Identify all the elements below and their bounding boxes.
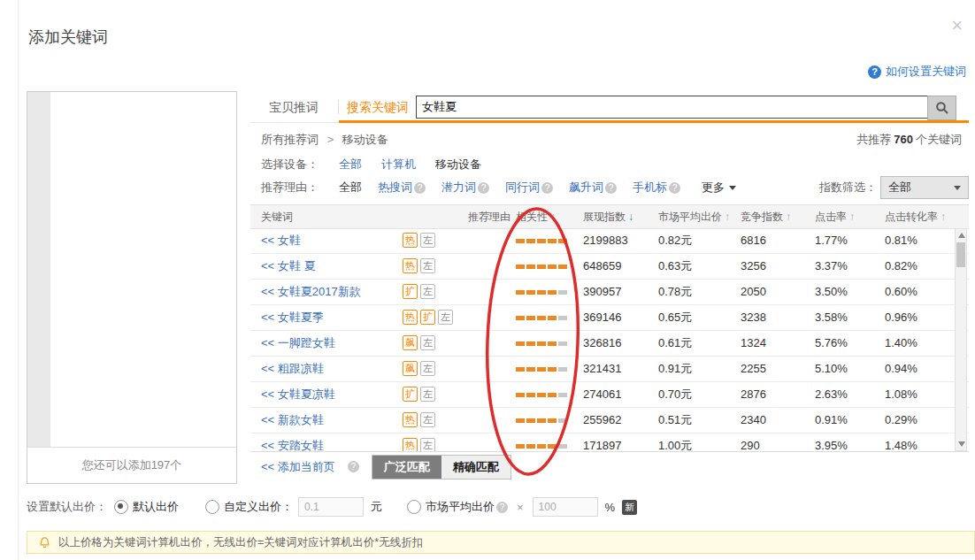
market-percent-input[interactable]: [533, 497, 598, 517]
sort-down-icon[interactable]: ↓: [628, 211, 633, 223]
column-header[interactable]: 展现指数↓: [583, 205, 658, 228]
scrollbar-thumb[interactable]: [956, 242, 965, 267]
reason-option[interactable]: 全部: [339, 180, 362, 196]
keyword-search-input[interactable]: [416, 96, 931, 119]
competition-cell: 2340: [741, 408, 815, 433]
keyword-link[interactable]: << 女鞋: [261, 234, 301, 247]
badges-cell: 扩左: [392, 280, 505, 304]
close-icon[interactable]: ×: [951, 16, 963, 35]
table-scrollbar[interactable]: [955, 228, 967, 451]
broad-match-button[interactable]: 广泛匹配: [372, 456, 441, 479]
help-icon[interactable]: ?: [414, 182, 426, 194]
column-header[interactable]: 竞争指数↑: [741, 205, 815, 228]
keyword-link[interactable]: << 女鞋夏季: [261, 311, 324, 324]
competition-cell: 3238: [741, 305, 815, 330]
table-row[interactable]: << 新款女鞋热左2559620.51元23400.91%0.29%: [250, 408, 969, 433]
keyword-link[interactable]: << 女鞋 夏: [261, 259, 315, 272]
reason-option[interactable]: 手机标?: [633, 180, 680, 196]
custom-bid-radio[interactable]: [205, 500, 219, 514]
exact-match-button[interactable]: 精确匹配: [441, 456, 511, 479]
competition-cell: 6816: [741, 228, 815, 253]
add-keywords-dialog: 添加关键词 × ? 如何设置关键词 您还可以添加197个 宝贝推词 搜索关键词: [0, 0, 975, 560]
keyword-link[interactable]: << 女鞋夏凉鞋: [261, 387, 335, 401]
more-filters-button[interactable]: 更多: [702, 180, 736, 196]
sort-up-icon[interactable]: ↑: [940, 211, 946, 223]
reason-option[interactable]: 同行词?: [505, 180, 553, 196]
keyword-link[interactable]: << 女鞋夏2017新款: [261, 285, 361, 298]
percent-label: %: [605, 501, 616, 514]
selected-keywords-panel: 您还可以添加197个: [27, 91, 237, 484]
keyword-link[interactable]: << 粗跟凉鞋: [261, 362, 324, 375]
device-option[interactable]: 移动设备: [435, 157, 481, 171]
column-header[interactable]: 市场平均出价↑: [658, 205, 741, 228]
help-icon[interactable]: ?: [669, 182, 680, 194]
custom-bid-input[interactable]: [298, 497, 364, 517]
competition-cell: 1324: [741, 331, 815, 356]
reason-option[interactable]: 热搜词?: [378, 180, 426, 196]
sort-up-icon[interactable]: ↑: [786, 211, 791, 223]
table-row[interactable]: << 一脚蹬女鞋飙左3268160.61元13245.76%1.40%: [250, 331, 969, 357]
device-option[interactable]: 全部: [339, 157, 362, 171]
column-header[interactable]: 点击率↑: [815, 205, 885, 228]
match-type-toggle: 广泛匹配 精确匹配: [372, 455, 511, 479]
keyword-cell: << 粗跟凉鞋: [250, 357, 392, 381]
relevance-bar: [505, 331, 583, 356]
dialog-title: 添加关键词: [28, 27, 108, 48]
sort-up-icon[interactable]: ↑: [725, 211, 730, 223]
help-link[interactable]: ? 如何设置关键词: [868, 64, 966, 80]
scroll-up-icon[interactable]: [958, 233, 965, 238]
reason-option-label[interactable]: 飙升词: [569, 180, 603, 194]
sort-up-icon[interactable]: ↑: [550, 211, 556, 223]
reason-option[interactable]: 潜力词?: [441, 180, 489, 196]
competition-cell: 290: [741, 433, 815, 452]
search-button[interactable]: [927, 96, 956, 120]
reason-option-label[interactable]: 热搜词: [378, 180, 412, 194]
column-header[interactable]: 推荐理由: [392, 205, 505, 228]
filters-section: 所有推荐词 > 移动设备 共推荐760个关键词 选择设备： 全部计算机移动设备 …: [250, 123, 969, 205]
table-row[interactable]: << 女鞋夏凉鞋扩左2740610.70元28762.63%1.08%: [250, 382, 969, 408]
notice-bar: 以上价格为关键词计算机出价，无线出价=关键词对应计算机出价*无线折扣: [27, 531, 975, 554]
help-icon[interactable]: ?: [478, 182, 489, 194]
keyword-link[interactable]: << 一脚蹬女鞋: [261, 336, 335, 349]
market-bid-radio[interactable]: [407, 500, 421, 514]
relevance-segment: [537, 444, 546, 449]
help-icon[interactable]: ?: [348, 461, 359, 472]
table-row[interactable]: << 女鞋夏季热扩左3691460.65元32383.58%0.96%: [250, 305, 969, 331]
help-icon[interactable]: ?: [605, 182, 617, 194]
default-bid-radio[interactable]: [114, 500, 128, 514]
reason-option[interactable]: 飙升词?: [569, 180, 617, 196]
scroll-down-icon[interactable]: [958, 441, 965, 447]
table-row[interactable]: << 女鞋 夏热左6486590.63元32563.37%0.82%: [250, 254, 969, 280]
avg-bid-cell: 0.91元: [658, 357, 741, 381]
column-header[interactable]: 点击转化率↑: [885, 205, 969, 228]
add-current-page-link[interactable]: << 添加当前页: [261, 459, 335, 475]
column-header[interactable]: 关键词: [250, 205, 392, 228]
reason-option-label[interactable]: 潜力词: [441, 180, 476, 194]
index-filter-dropdown[interactable]: 全部: [880, 176, 969, 199]
impressions-cell: 390957: [583, 280, 658, 304]
device-options: 全部计算机移动设备: [339, 157, 501, 173]
keyword-link[interactable]: << 新款女鞋: [261, 413, 324, 426]
tab-item-recommend[interactable]: 宝贝推词: [250, 93, 337, 121]
relevance-segment: [558, 316, 567, 320]
column-header[interactable]: 相关性↑: [505, 205, 583, 228]
sort-up-icon[interactable]: ↑: [849, 211, 855, 223]
relevance-segment: [516, 393, 525, 397]
reason-option-label[interactable]: 同行词: [505, 180, 540, 194]
table-row[interactable]: << 粗跟凉鞋飙左3214310.91元22555.10%0.94%: [250, 357, 969, 382]
table-row[interactable]: << 女鞋热左21998830.82元68161.77%0.81%: [250, 228, 969, 254]
help-icon[interactable]: ?: [541, 182, 553, 194]
keyword-link[interactable]: << 安踏女鞋: [261, 439, 324, 452]
device-option[interactable]: 计算机: [381, 157, 416, 171]
reason-option-label[interactable]: 全部: [339, 180, 362, 194]
tab-search-keywords[interactable]: 搜索关键词: [341, 93, 415, 121]
reason-option-label[interactable]: 手机标: [633, 180, 667, 194]
relevance-segment: [558, 239, 567, 243]
breadcrumb-root[interactable]: 所有推荐词: [261, 133, 319, 146]
reason-badge: 热: [403, 310, 418, 325]
remaining-count-label: 您还可以添加197个: [27, 448, 236, 482]
table-row[interactable]: << 安踏女鞋热左1718971.00元2903.95%1.48%: [250, 433, 969, 452]
table-row[interactable]: << 女鞋夏2017新款扩左3909570.78元20503.50%0.60%: [250, 280, 969, 305]
relevance-segment: [537, 316, 546, 320]
help-icon[interactable]: ?: [496, 502, 508, 513]
